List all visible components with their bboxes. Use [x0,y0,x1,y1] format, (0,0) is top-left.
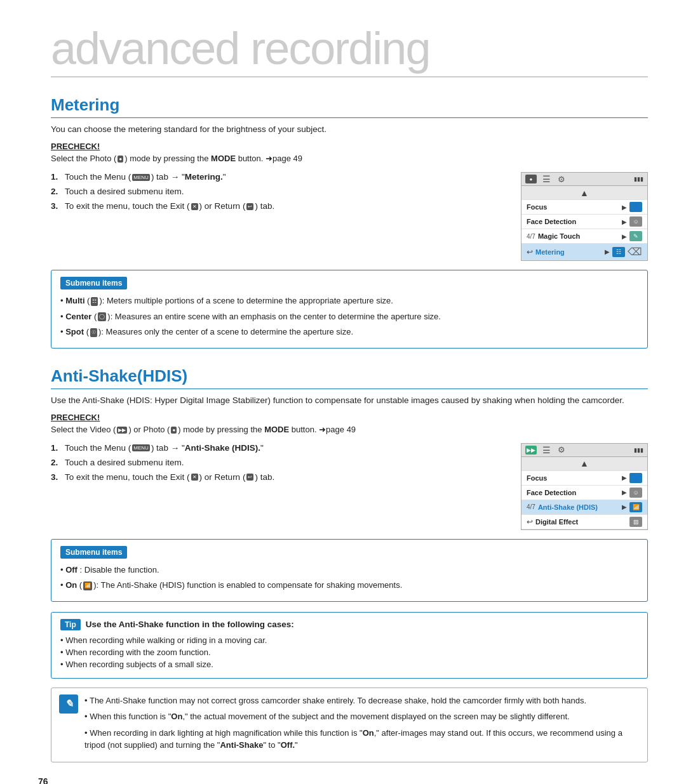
ui-row-antishake-highlighted: 4/7 Anti-Shake (HDIS) ▶ 📶 [521,500,647,515]
menu-icon-ui-as: ☰ [541,446,552,455]
ui-topbar-icons: ● ☰ ⚙ [525,175,567,183]
antishake-row-arrow: ▶ [622,503,627,510]
metering-intro: You can choose the metering standard for… [51,124,648,134]
focus-icon: 👤 [629,202,642,212]
step-num-1: 1. [51,172,61,182]
gear-icon-ui-as: ⚙ [556,446,567,455]
antishake-submenu-header: Submenu items [60,546,127,559]
focus-label: Focus [527,203,622,211]
tip-item-1: When recording while walking or riding i… [60,635,638,645]
cursor-icon: ⌫ [628,246,642,258]
ui-row-face-detection: Face Detection ▶ ☺ [521,215,647,229]
antishake-section: Anti-Shake(HDIS) Use the Anti-Shake (HDI… [51,366,648,762]
antishake-submenu-item-2: On (📶): The Anti-Shake (HDIS) function i… [60,579,638,592]
antishake-row-label: Anti-Shake (HDIS) [538,503,622,511]
metering-steps-row: 1. Touch the Menu (MENU) tab → "Metering… [51,172,648,261]
face-detection-icon: ☺ [629,216,642,227]
tip-label: Tip [60,619,81,630]
metering-row-label: Metering [535,248,605,256]
antishake-precheck-label: PRECHECK! [51,413,648,422]
note-icon: ✎ [59,694,78,714]
step-text-1: Touch the Menu (MENU) tab → "Metering." [65,172,226,182]
metering-section: Metering You can choose the metering sta… [51,95,648,349]
as-step-text-3: To exit the menu, touch the Exit (✕) or … [65,472,274,482]
metering-row-arrow: ▶ [605,248,610,255]
ui-topbar-icons-as: ▶▶ ☰ ⚙ [525,446,567,455]
metering-submenu-item-1: Multi (☷): Meters multiple portions of a… [60,295,638,307]
antishake-step-1: 1. Touch the Menu (MENU) tab → "Anti-Sha… [51,443,502,453]
focus-arrow: ▶ [622,204,627,211]
counter-label-as: 4/7 [527,503,535,510]
step-text-2: Touch a desired submenu item. [65,187,184,196]
note-item-1: The Anti-Shake function may not correct … [84,694,638,707]
antishake-ui-screenshot: ▶▶ ☰ ⚙ ▮▮▮ ▲ Focus ▶ 👤 [521,443,648,530]
ui-row-focus-as: Focus ▶ 👤 [521,471,647,486]
ui-nav-up: ▲ [521,186,647,200]
metering-precheck-text: Select the Photo (●) mode by pressing th… [51,154,648,163]
antishake-submenu-item-1: Off : Disable the function. [60,564,638,576]
tip-item-3: When recording subjects of a small size. [60,660,638,669]
antishake-steps-col: 1. Touch the Menu (MENU) tab → "Anti-Sha… [51,443,502,487]
metering-steps-col: 1. Touch the Menu (MENU) tab → "Metering… [51,172,502,216]
metering-submenu-box: Submenu items Multi (☷): Meters multiple… [51,270,648,349]
tip-title: Use the Anti-Shake function in the follo… [86,620,294,629]
exit-icon-inline2: ✕ [191,474,198,481]
step-text-3: To exit the menu, touch the Exit (✕) or … [65,201,274,211]
as-step-num-3: 3. [51,472,61,482]
ui-row-focus: Focus ▶ 👤 [521,200,647,215]
tip-header: Tip Use the Anti-Shake function in the f… [60,619,638,630]
menu-icon-ui: ☰ [541,175,552,183]
metering-heading: Metering [51,95,648,118]
focus-icon-as: 👤 [629,473,642,483]
face-detection-label: Face Detection [527,218,622,225]
return-icon-inline2: ↩ [246,474,253,481]
ui-row-metering-highlighted: ↩ Metering ▶ ☷ ⌫ [521,244,647,260]
face-detection-icon-as: ☺ [629,488,642,498]
antishake-heading: Anti-Shake(HDIS) [51,366,648,389]
return-icon-inline: ↩ [246,203,253,210]
magic-touch-arrow: ▶ [622,233,627,240]
metering-step-2: 2. Touch a desired submenu item. [51,187,502,196]
ui-topbar-antishake: ▶▶ ☰ ⚙ ▮▮▮ [521,444,647,457]
battery-icon: ▮▮▮ [634,176,643,182]
ui-rows-antishake: ▲ Focus ▶ 👤 Face Detection ▶ ☺ 4/7 Ant [521,457,647,529]
menu-icon-inline: MENU [132,174,150,181]
gear-icon-ui: ⚙ [556,175,567,183]
multi-icon: ☷ [91,297,98,306]
antishake-submenu-box: Submenu items Off : Disable the function… [51,539,648,602]
metering-submenu-item-3: Spot (☉): Measures only the center of a … [60,326,638,338]
antishake-row-icon: 📶 [629,502,642,512]
menu-icon-inline2: MENU [132,444,150,451]
metering-ui-screenshot: ● ☰ ⚙ ▮▮▮ ▲ Focus ▶ 👤 [521,172,648,261]
cam-icon-as: ▶▶ [525,446,537,455]
counter-label: 4/7 [527,233,535,240]
metering-row-icon: ☷ [612,247,625,257]
photo-mode-icon2: ● [171,427,177,434]
antishake-precheck-text: Select the Video (▶▶) or Photo (●) mode … [51,425,648,434]
video-mode-icon: ▶▶ [117,427,127,434]
photo-mode-icon: ● [118,156,123,163]
back-arrow-icon: ↩ [527,248,533,256]
antishake-step-2: 2. Touch a desired submenu item. [51,458,502,467]
note-item-3: When recording in dark lighting at high … [84,727,638,752]
center-icon: ◯ [98,312,106,321]
page-title: advanced recording [51,25,648,77]
focus-arrow-as: ▶ [622,474,627,481]
note-box: ✎ The Anti-Shake function may not correc… [51,688,648,762]
ui-topbar-metering: ● ☰ ⚙ ▮▮▮ [521,173,647,186]
metering-submenu-header: Submenu items [60,277,127,289]
battery-icon-as: ▮▮▮ [634,447,643,453]
as-step-num-2: 2. [51,458,61,467]
tip-item-2: When recording with the zoom function. [60,648,638,657]
digital-effect-icon: ▨ [629,517,642,527]
metering-submenu-item-2: Center (◯): Measures an entire scene wit… [60,310,638,323]
metering-step-1: 1. Touch the Menu (MENU) tab → "Metering… [51,172,502,182]
digital-effect-label: Digital Effect [535,518,629,526]
ui-nav-up-as: ▲ [521,457,647,471]
up-arrow-icon: ▲ [578,188,591,198]
face-detection-arrow-as: ▶ [622,489,627,496]
ui-row-magic-touch: 4/7 Magic Touch ▶ ✎ [521,229,647,244]
metering-precheck-label: PRECHECK! [51,142,648,151]
antishake-steps-row: 1. Touch the Menu (MENU) tab → "Anti-Sha… [51,443,648,530]
note-item-2: When this function is "On," the actual m… [84,710,638,723]
